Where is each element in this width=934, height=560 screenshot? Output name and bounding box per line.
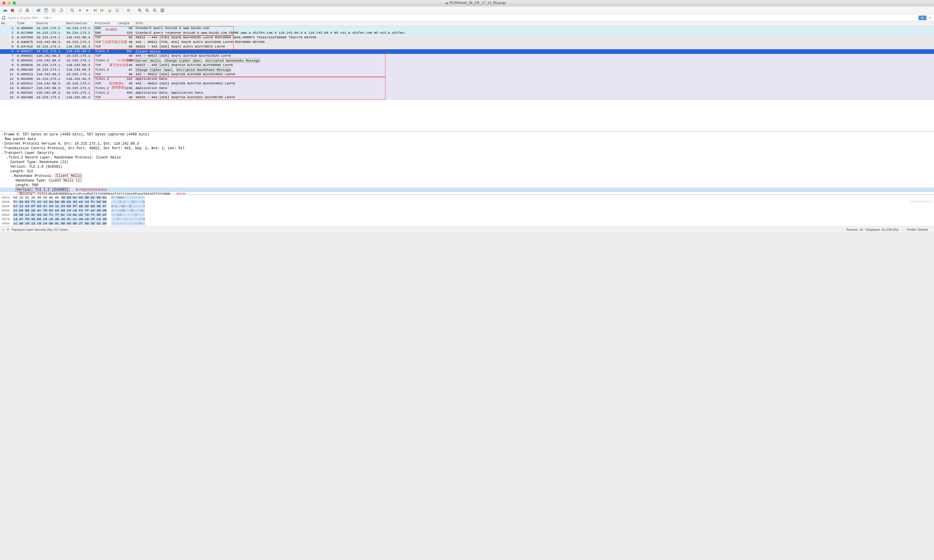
svg-rect-13	[127, 10, 130, 11]
reload-file-icon[interactable]	[58, 7, 64, 14]
tree-row[interactable]: Content Type: Handshake (22)	[0, 160, 934, 165]
tree-row[interactable]: Length: 512	[0, 169, 934, 174]
zoom-out-icon[interactable]	[144, 7, 151, 14]
expand-icon[interactable]: ›	[1, 142, 4, 146]
tree-row[interactable]: ›Random: f2321d6ab6d0693de214fcbd6b57124…	[0, 192, 934, 194]
packet-row[interactable]: 20.01796910.215.173.110.215.173.2DNS320S…	[0, 31, 934, 35]
packet-row[interactable]: 110.066313110.242.68.310.215.173.1TCP404…	[0, 72, 934, 77]
go-to-packet-icon[interactable]	[92, 7, 98, 14]
status-text: Transport Layer Security (tls), 517 byte…	[12, 228, 68, 231]
maximize-icon[interactable]	[13, 2, 16, 5]
colorize-icon[interactable]	[125, 7, 132, 14]
col-source[interactable]: Source	[35, 21, 65, 26]
hex-row[interactable]: 006020 09 14 d2 43 34 f1 7f bc c3 be d3 …	[2, 212, 932, 217]
packet-row[interactable]: 50.04741910.215.173.1110.242.68.3TCP4046…	[0, 45, 934, 49]
packet-row[interactable]: 60.05637710.215.173.1110.242.68.3TLSv1.2…	[0, 49, 934, 54]
filter-bar: +	[0, 14, 934, 21]
hex-row[interactable]: 0030fc 03 03 f2 32 1d 6a b6 d0 69 3d e2 …	[2, 200, 932, 204]
svg-point-6	[71, 9, 73, 11]
packet-row[interactable]: 70.056951110.242.68.310.215.173.1TCP4044…	[0, 54, 934, 58]
save-file-icon[interactable]	[43, 7, 49, 14]
packet-row[interactable]: 40.046975110.242.68.310.215.173.1TCP4844…	[0, 40, 934, 45]
packet-row[interactable]: 90.06482610.215.173.1110.242.68.3TCP4046…	[0, 63, 934, 68]
add-filter-button[interactable]: +	[927, 15, 933, 20]
collapse-icon[interactable]: ⌄	[5, 155, 9, 160]
hex-row[interactable]: 007014 d7 f9 35 00 18 c0 2b c0 2c cc a9 …	[2, 217, 932, 221]
bookmark-filter-icon[interactable]	[1, 15, 6, 20]
col-info[interactable]: Info	[134, 21, 934, 26]
status-profile[interactable]: Profile: Default	[903, 228, 932, 231]
tree-row[interactable]: ›Frame 6: 557 bytes on wire (4456 bits),…	[0, 132, 934, 137]
restart-capture-icon[interactable]	[17, 7, 23, 14]
svg-rect-11	[116, 9, 119, 12]
packet-row[interactable]: 80.064431110.242.68.310.215.173.1TLSv1.2…	[0, 58, 934, 63]
wireshark-fin-icon	[445, 2, 448, 5]
tree-row[interactable]: Version: TLS 1.0 (0x0301)	[0, 165, 934, 169]
hex-row[interactable]: 002050 18 01 38 39 6d 00 00 16 03 01 02 …	[2, 195, 932, 200]
main-toolbar: 1	[0, 6, 934, 14]
collapse-icon[interactable]: ⌄	[1, 151, 4, 155]
svg-line-16	[140, 11, 142, 12]
hex-row[interactable]: 004057 12 43 8f 0d 47 44 11 24 bb 5f ab …	[2, 204, 932, 208]
packet-row[interactable]: 30.03756910.215.173.1110.242.68.3TCP6046…	[0, 35, 934, 40]
svg-rect-8	[96, 9, 97, 12]
packet-list-header[interactable]: No. Time Source Destination Protocol Len…	[0, 21, 934, 26]
apply-filter-button[interactable]	[919, 15, 926, 20]
col-len[interactable]: Length	[117, 21, 134, 26]
hex-row[interactable]: 005031 b9 99 20 3c 7b 62 e3 0d 24 c6 fe …	[2, 208, 932, 212]
packet-row[interactable]: 120.08295010.215.173.1110.242.68.3TLSv1.…	[0, 77, 934, 82]
go-forward-icon[interactable]	[84, 7, 91, 14]
col-time[interactable]: Time	[16, 21, 35, 26]
packet-bytes-pane[interactable]: 002050 18 01 38 39 6d 00 00 16 03 01 02 …	[0, 194, 934, 226]
minimize-icon[interactable]	[8, 2, 11, 5]
svg-rect-10	[108, 12, 111, 12]
capture-options-icon[interactable]	[24, 7, 31, 14]
window-title: PCAPdroid_26_2月_17_13_55.pcap	[449, 1, 505, 6]
wireshark-logo-icon[interactable]	[2, 7, 8, 14]
svg-rect-12	[127, 9, 130, 10]
go-last-icon[interactable]	[106, 7, 113, 14]
packet-row[interactable]: 140.091817110.242.68.310.215.173.1TLSv1.…	[0, 86, 934, 91]
expand-icon[interactable]: ›	[1, 146, 4, 151]
stop-capture-icon[interactable]	[9, 7, 15, 14]
tree-row[interactable]: ⌄TLSv1.2 Record Layer: Handshake Protoco…	[0, 155, 934, 160]
go-first-icon[interactable]	[99, 7, 105, 14]
zoom-in-icon[interactable]	[137, 7, 143, 14]
status-bar: ● ✕ Transport Layer Security (tls), 517 …	[0, 226, 934, 232]
packet-list-pane[interactable]: No. Time Source Destination Protocol Len…	[0, 21, 934, 131]
resize-columns-icon[interactable]	[159, 7, 165, 14]
zoom-reset-icon[interactable]: 1	[152, 7, 158, 14]
collapse-icon[interactable]: ⌄	[10, 174, 14, 178]
tree-row[interactable]: ›Internet Protocol Version 4, Src: 10.21…	[0, 142, 934, 146]
hex-row[interactable]: 0080cc a8 c0 13 c0 14 00 9c 00 9d 00 2f …	[2, 221, 932, 226]
tree-row[interactable]: Handshake Type: Client Hello (1)	[0, 178, 934, 183]
close-icon[interactable]	[2, 2, 6, 5]
watermark: ©稀土掘金技术社区	[909, 200, 932, 204]
tree-row[interactable]: Length: 508	[0, 183, 934, 188]
display-filter-input[interactable]	[6, 15, 919, 20]
find-packet-icon[interactable]	[69, 7, 75, 14]
tree-row[interactable]: ⌄Transport Layer Security	[0, 151, 934, 155]
go-back-icon[interactable]	[77, 7, 83, 14]
packet-row[interactable]: 130.083412110.242.68.310.215.173.1TCP404…	[0, 82, 934, 86]
open-file-icon[interactable]	[35, 7, 42, 14]
tree-row-selected[interactable]: Version: TLS 1.2 (0x0303) 客户端支持的安全协议	[0, 188, 934, 192]
packet-row[interactable]: 10.00000010.215.173.210.215.173.1DNS59St…	[0, 26, 934, 31]
close-file-icon[interactable]	[51, 7, 57, 14]
packet-row[interactable]: 160.09245610.215.173.1110.242.68.3TCP404…	[0, 95, 934, 100]
titlebar: PCAPdroid_26_2月_17_13_55.pcap	[0, 0, 934, 6]
tree-row[interactable]: ⌄Handshake Protocol: Client Hello	[0, 174, 934, 178]
expert-info-icon[interactable]: ✕	[7, 228, 9, 231]
col-dest[interactable]: Destination	[65, 21, 94, 26]
packet-details-pane[interactable]: ›Frame 6: 557 bytes on wire (4456 bits),…	[0, 131, 934, 194]
col-no[interactable]: No.	[0, 21, 16, 26]
packet-row[interactable]: 100.06618010.215.173.1110.242.68.3TLSv1.…	[0, 68, 934, 72]
expand-icon[interactable]: ›	[1, 132, 4, 137]
svg-rect-26	[162, 9, 163, 12]
auto-scroll-icon[interactable]	[114, 7, 120, 14]
tree-row[interactable]: ›Transmission Control Protocol, Src Port…	[0, 146, 934, 151]
tree-row[interactable]: Raw packet data	[0, 137, 934, 142]
expand-icon[interactable]: ›	[15, 192, 19, 194]
col-proto[interactable]: Protocol	[94, 21, 117, 26]
packet-row[interactable]: 150.092341110.242.68.310.215.173.1TLSv1.…	[0, 91, 934, 95]
